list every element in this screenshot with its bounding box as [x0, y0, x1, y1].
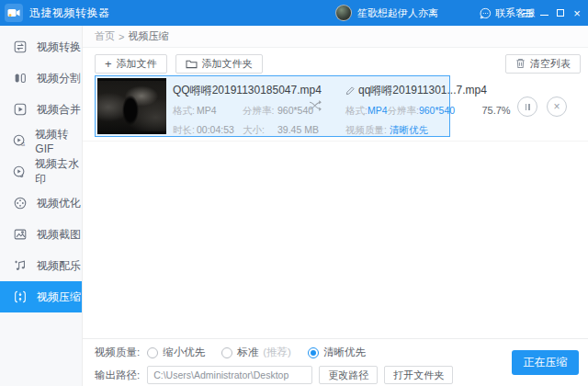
sidebar-item-label: 视频截图	[37, 227, 81, 243]
breadcrumb-current: 视频压缩	[128, 29, 168, 43]
output-resolution-value[interactable]: 960*540	[419, 105, 455, 118]
trash-icon	[515, 58, 526, 69]
quality-row: 视频质量: 缩小优先 标准(推荐) 清晰优先	[95, 346, 366, 359]
open-folder-button[interactable]: 打开文件夹	[384, 366, 453, 384]
radio-label: 清晰优先	[323, 346, 366, 359]
main-content: 首页 > 视频压缩 + 添加文件 添加文件夹	[83, 26, 588, 386]
clear-list-button[interactable]: 清空列表	[505, 54, 581, 74]
change-path-button[interactable]: 更改路径	[319, 366, 378, 384]
titlebar: 迅捷视频转换器 笙歌想起伊人亦离 联系客服 ×	[0, 0, 588, 26]
file-list-row[interactable]: QQ嘚嘚20191130185047.mp4 格式: MP4 分辨率: 960*…	[83, 75, 588, 142]
output-quality-value[interactable]: 清晰优先	[390, 124, 428, 137]
sidebar-item-video-split[interactable]: 视频分割	[0, 62, 82, 94]
radio-icon	[221, 347, 232, 358]
sidebar-item-label: 视频去水印	[35, 156, 82, 187]
sidebar-item-label: 视频配乐	[37, 258, 81, 274]
add-folder-label: 添加文件夹	[202, 57, 253, 71]
sidebar-item-video-watermark-remove[interactable]: 视频去水印	[0, 156, 82, 187]
toolbar: + 添加文件 添加文件夹 清空列表	[83, 48, 588, 74]
radio-icon	[147, 347, 158, 358]
output-path-input[interactable]	[147, 366, 312, 384]
breadcrumb-home[interactable]: 首页	[95, 29, 115, 43]
convert-icon	[12, 39, 28, 55]
source-meta-line2: 时长: 00:04:53 大小: 39.45 MB	[173, 124, 320, 137]
radio-label: 标准	[237, 346, 258, 359]
sidebar-item-label: 视频转GIF	[35, 127, 82, 155]
sidebar-item-label: 视频合并	[37, 102, 81, 118]
maximize-icon	[557, 9, 564, 17]
source-file-info: QQ嘚嘚20191130185047.mp4 格式: MP4 分辨率: 960*…	[173, 83, 320, 137]
output-meta-line2: 视频质量: 清晰优先	[345, 124, 448, 137]
add-file-button[interactable]: + 添加文件	[95, 54, 167, 74]
video-thumbnail[interactable]	[97, 78, 166, 134]
minimize-button[interactable]	[537, 4, 551, 22]
app-logo-icon	[5, 4, 23, 22]
radio-icon	[308, 347, 319, 358]
radio-standard[interactable]: 标准(推荐)	[221, 346, 291, 359]
window-controls: ×	[520, 0, 584, 26]
sidebar: 视频转换 视频分割 视频合并	[0, 26, 83, 386]
source-filename: QQ嘚嘚20191130185047.mp4	[173, 83, 320, 98]
bottom-settings-bar: 视频质量: 缩小优先 标准(推荐) 清晰优先 输出路径: 更改路径	[83, 338, 588, 386]
watermark-remove-icon	[12, 164, 27, 180]
edit-pencil-icon[interactable]	[345, 86, 355, 96]
output-meta-line1: 格式: MP4 分辨率: 960*540	[345, 105, 448, 118]
sidebar-item-label: 视频转换	[37, 40, 81, 55]
merge-play-icon	[12, 101, 28, 118]
radio-shrink-priority[interactable]: 缩小优先	[147, 346, 205, 359]
sidebar-item-video-music[interactable]: 视频配乐	[0, 250, 82, 281]
sidebar-item-video-optimize[interactable]: 视频优化	[0, 187, 82, 219]
maximize-button[interactable]	[553, 4, 568, 22]
output-format-value[interactable]: MP4	[368, 105, 388, 118]
output-file-info: qq嘚嘚201911301...7.mp4 格式: MP4 分辨率: 960*5…	[345, 83, 448, 137]
folder-icon	[186, 59, 198, 69]
sidebar-item-label: 视频分割	[37, 71, 81, 86]
user-account[interactable]: 笙歌想起伊人亦离	[335, 0, 438, 26]
sidebar-item-video-merge[interactable]: 视频合并	[0, 94, 82, 125]
progress-percent: 75.7%	[473, 105, 519, 116]
pause-button[interactable]	[517, 96, 537, 117]
radio-label-suffix: (推荐)	[263, 346, 291, 359]
screenshot-icon	[12, 226, 28, 243]
sidebar-item-video-to-gif[interactable]: G 视频转GIF	[0, 125, 82, 156]
svg-text:G: G	[21, 142, 26, 147]
sidebar-item-label: 视频压缩	[37, 290, 81, 305]
compress-icon	[12, 289, 28, 305]
sidebar-item-video-compress[interactable]: 视频压缩	[0, 281, 82, 312]
sidebar-item-video-convert[interactable]: 视频转换	[0, 31, 82, 62]
output-filename: qq嘚嘚201911301...7.mp4	[358, 83, 487, 98]
app-title: 迅捷视频转换器	[29, 6, 110, 21]
breadcrumb-separator: >	[119, 31, 124, 42]
file-card-selected[interactable]: QQ嘚嘚20191130185047.mp4 格式: MP4 分辨率: 960*…	[95, 75, 450, 137]
avatar[interactable]	[335, 5, 352, 21]
music-note-icon	[12, 257, 28, 274]
split-icon	[12, 70, 28, 86]
cancel-task-button[interactable]: ×	[547, 96, 567, 117]
clear-list-label: 清空列表	[530, 57, 571, 71]
output-path-row: 输出路径: 更改路径 打开文件夹	[95, 366, 453, 384]
output-filename-row[interactable]: qq嘚嘚201911301...7.mp4	[345, 83, 448, 98]
gif-icon: G	[12, 132, 27, 149]
username: 笙歌想起伊人亦离	[357, 6, 438, 20]
sidebar-item-video-screenshot[interactable]: 视频截图	[0, 219, 82, 250]
sidebar-item-label: 视频优化	[37, 196, 81, 211]
menu-button[interactable]	[520, 4, 535, 22]
app-window: 迅捷视频转换器 笙歌想起伊人亦离 联系客服 ×	[0, 0, 588, 386]
plus-icon: +	[105, 57, 112, 71]
radio-label: 缩小优先	[163, 346, 205, 359]
shuffle-arrows-icon	[309, 100, 322, 111]
compress-button[interactable]: 正在压缩	[512, 350, 579, 375]
quality-label: 视频质量:	[95, 346, 140, 359]
film-reel-icon	[12, 195, 28, 211]
add-folder-button[interactable]: 添加文件夹	[175, 54, 263, 74]
output-path-label: 输出路径:	[95, 369, 140, 382]
source-meta-line1: 格式: MP4 分辨率: 960*540	[173, 105, 320, 118]
chat-bubble-icon	[480, 7, 492, 19]
breadcrumb: 首页 > 视频压缩	[83, 26, 588, 48]
add-file-label: 添加文件	[117, 57, 157, 71]
minimize-icon	[540, 15, 548, 16]
pause-icon	[526, 104, 530, 110]
close-button[interactable]: ×	[570, 4, 584, 22]
radio-clarity-priority[interactable]: 清晰优先	[308, 346, 366, 359]
